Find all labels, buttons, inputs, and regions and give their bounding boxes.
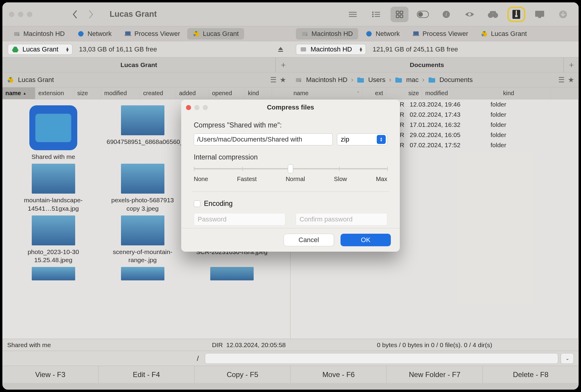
drive-tab[interactable]: Network (360, 28, 405, 39)
cancel-button[interactable]: Cancel (284, 234, 334, 246)
file-item[interactable] (190, 267, 274, 280)
binoculars-icon[interactable] (484, 7, 502, 22)
dialog-zoom-button[interactable] (203, 105, 208, 110)
quicklook-icon[interactable] (461, 7, 479, 22)
encoding-checkbox[interactable] (194, 200, 200, 207)
list-toggle-icon[interactable]: ☰ (558, 76, 565, 84)
slider-tick-label: Fastest (237, 176, 257, 183)
function-key-button[interactable]: View - F3 (2, 366, 99, 383)
back-button[interactable] (69, 8, 81, 20)
folder-icon (357, 76, 364, 84)
column-header[interactable]: name▲ (2, 87, 35, 99)
file-label: 6904758951_6868a06560_b.jpg (107, 138, 178, 146)
archive-icon[interactable] (507, 7, 525, 22)
svg-rect-46 (301, 47, 306, 51)
function-key-button[interactable]: Copy - F5 (195, 366, 291, 383)
drive-tab[interactable]: Process Viewer (119, 28, 185, 39)
slider-knob[interactable] (288, 164, 293, 173)
slider-tick-label: Max (376, 176, 387, 183)
column-header[interactable]: name˄ (290, 87, 362, 99)
file-item[interactable]: scenery-of-mountain-range-.jpg (101, 215, 184, 264)
desktop-icon[interactable] (531, 7, 549, 22)
format-select[interactable]: zip ▲▼ (337, 133, 387, 145)
destination-input[interactable]: /Users/mac/Documents/Shared with (194, 133, 333, 145)
function-key-button[interactable]: Move - F6 (290, 366, 387, 383)
drive-tab[interactable]: Macintosh HD (296, 28, 358, 39)
download-icon[interactable] (554, 7, 572, 22)
column-header[interactable]: extension (35, 87, 74, 99)
file-item[interactable]: 6904758951_6868a06560_b.jpg (101, 105, 184, 161)
left-drive-name: Lucas Grant (22, 45, 58, 53)
minimize-window-button[interactable] (18, 12, 23, 17)
file-item[interactable] (101, 267, 184, 280)
drive-tab[interactable]: Process Viewer (407, 28, 473, 39)
column-header[interactable]: ext (362, 87, 386, 99)
column-header[interactable]: kind (500, 87, 551, 99)
drive-tab[interactable]: Network (72, 28, 117, 39)
drive-tab[interactable]: Macintosh HD (8, 28, 70, 39)
close-window-button[interactable] (9, 12, 14, 17)
svg-rect-45 (278, 51, 283, 52)
thumbnail-image (121, 215, 164, 245)
breadcrumb-segment[interactable]: Macintosh HD (306, 76, 347, 84)
folder-item[interactable]: Shared with me (11, 105, 95, 161)
breadcrumb-segment[interactable]: mac (406, 76, 419, 84)
left-drive-select[interactable]: Lucas Grant ▴▾ (8, 44, 72, 55)
dialog-minimize-button[interactable] (194, 105, 199, 110)
view-grid-icon[interactable] (391, 7, 408, 22)
function-key-button[interactable]: Delete - F8 (483, 366, 579, 383)
ok-button[interactable]: OK (341, 234, 391, 246)
svg-rect-39 (413, 35, 419, 36)
file-item[interactable]: mountain-landscape-14541…51gxa.jpg (11, 164, 95, 212)
file-item[interactable]: pexels-photo-5687913 copy 3.jpeg (101, 164, 184, 212)
file-item[interactable] (11, 267, 95, 280)
view-list-icon[interactable] (367, 7, 385, 22)
left-add-tab-button[interactable]: ＋ (276, 57, 290, 72)
breadcrumb-segment[interactable]: Lucas Grant (18, 76, 54, 84)
toggle-switch-icon[interactable] (414, 7, 432, 22)
list-toggle-icon[interactable]: ☰ (270, 76, 277, 84)
file-item[interactable]: photo_2023-10-30 15.25.48.jpeg (11, 215, 95, 264)
view-compact-icon[interactable] (344, 7, 362, 22)
column-header[interactable]: size (74, 87, 101, 99)
right-panel-title[interactable]: Documents (290, 57, 564, 72)
column-header[interactable]: modified (422, 87, 500, 99)
globe-icon (365, 30, 373, 37)
column-header[interactable]: added (176, 87, 209, 99)
left-panel-title[interactable]: Lucas Grant (2, 57, 276, 72)
confirm-password-input[interactable]: Confirm password (296, 213, 387, 226)
drive-tab[interactable]: Lucas Grant (475, 28, 532, 39)
svg-rect-30 (125, 31, 131, 35)
column-header[interactable]: modified (101, 87, 140, 99)
right-drive-select[interactable]: Macintosh HD ▴▾ (296, 44, 366, 55)
function-keys: View - F3Edit - F4Copy - F5Move - F6New … (2, 366, 579, 383)
favorite-icon[interactable]: ★ (280, 76, 286, 84)
column-header[interactable]: size (386, 87, 422, 99)
breadcrumb-segment[interactable]: Documents (439, 76, 473, 84)
eject-button[interactable] (276, 45, 285, 54)
right-drive-name: Macintosh HD (311, 45, 352, 53)
right-add-tab-button[interactable]: ＋ (564, 57, 579, 72)
svg-rect-25 (538, 17, 541, 18)
function-key-button[interactable]: New Folder - F7 (387, 366, 483, 383)
gdrive-icon (193, 30, 200, 37)
compression-slider[interactable] (194, 165, 387, 171)
favorite-icon[interactable]: ★ (568, 76, 574, 84)
command-history-button[interactable]: ⌄ (561, 353, 574, 364)
forward-button[interactable] (85, 8, 97, 20)
svg-point-29 (78, 31, 84, 37)
password-input[interactable]: Password (194, 213, 285, 226)
dialog-close-button[interactable] (186, 105, 191, 110)
info-icon[interactable]: i (437, 7, 455, 22)
column-header[interactable]: opened (209, 87, 245, 99)
drive-tab[interactable]: Lucas Grant (187, 28, 244, 39)
zoom-window-button[interactable] (27, 12, 32, 17)
status-row: Shared with me DIR 12.03.2024, 20:05:58 … (2, 339, 579, 351)
function-key-button[interactable]: Edit - F4 (99, 366, 195, 383)
column-header[interactable]: kind (245, 87, 272, 99)
folder-icon (428, 76, 436, 84)
column-header[interactable]: created (140, 87, 176, 99)
svg-point-36 (306, 34, 307, 35)
command-input[interactable] (205, 353, 558, 364)
breadcrumb-segment[interactable]: Users (368, 76, 385, 84)
